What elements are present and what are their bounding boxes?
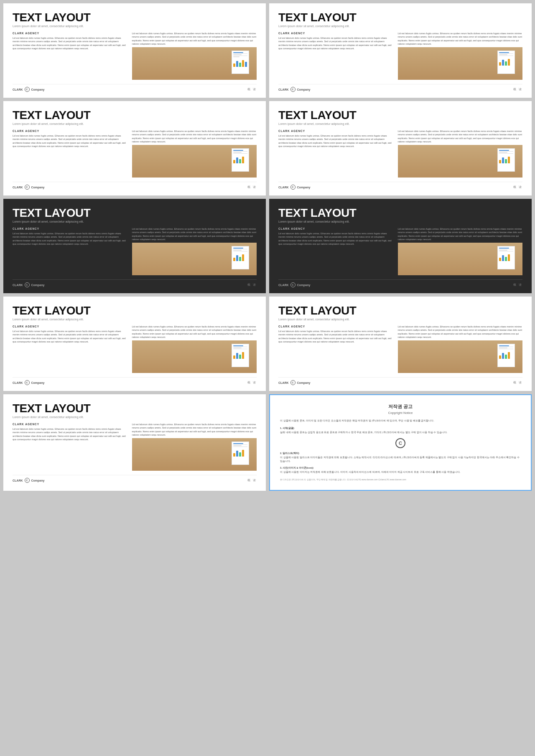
slide-4-footer: CLARK C Company 概 读 xyxy=(278,182,522,190)
slide-4-image xyxy=(398,145,522,178)
copyright-section3-num: 3. 사진(이미지 & 아이콘(icon)) xyxy=(280,466,521,470)
slide-3: TEXT LAYOUT Lorem ipsum dolor sit amet, … xyxy=(3,101,266,195)
slide-8-brand: CLARK C Company xyxy=(278,380,310,385)
slide-5-paper xyxy=(232,246,249,269)
slide-2-content: CLARK AGENCY Lid est laborum dolo rumes … xyxy=(278,32,522,80)
slide-1-left: CLARK AGENCY Lid est laborum dolo rumes … xyxy=(13,32,127,80)
slide-6-subtitle: Lorem ipsum dolor sit amet, consectetur … xyxy=(278,220,522,223)
slide-3-subtitle: Lorem ipsum dolor sit amet, consectetur … xyxy=(13,122,257,125)
slide-3-logo: C xyxy=(25,185,30,190)
slide-3-right: Lid est laborum dolo rumes fugits untras… xyxy=(132,129,257,178)
slide-3-content: CLARK AGENCY Lid est laborum dolo rumes … xyxy=(13,129,257,178)
slide-8-paper xyxy=(497,344,515,367)
slide-4-paper xyxy=(497,148,515,172)
slide-1: TEXT LAYOUT Lorem ipsum dolor sit amet, … xyxy=(3,3,266,98)
slide-6-page: 概 读 xyxy=(513,283,522,287)
copyright-section1-num: 1. 서체(글꼴) xyxy=(280,426,521,431)
slide-8-body-right: Lid est laborum dolo rumes fugits untras… xyxy=(398,325,522,339)
slide-9-brand: CLARK C Company xyxy=(13,478,44,483)
slide-9-agency: CLARK AGENCY xyxy=(13,423,127,426)
slide-1-subtitle: Lorem ipsum dolor sit amet, consectetur … xyxy=(13,25,257,28)
slide-5-right: Lid est laborum dolo rumes fugits untras… xyxy=(132,227,257,275)
slide-4-page: 概 读 xyxy=(513,185,522,189)
copyright-slide: 저작권 공고 Copyright Notice 이 상품에 사용된 폰트, 이미… xyxy=(269,394,532,491)
slide-6: TEXT LAYOUT Lorem ipsum dolor sit amet, … xyxy=(269,199,532,293)
slide-9-paper xyxy=(232,441,249,465)
slide-8-image xyxy=(398,340,522,373)
slide-2-agency: CLARK AGENCY xyxy=(278,32,393,35)
slide-3-page: 概 读 xyxy=(247,185,257,189)
slide-3-agency: CLARK AGENCY xyxy=(13,129,127,132)
slide-6-logo: C xyxy=(290,282,296,287)
slide-2-logo: C xyxy=(290,87,296,92)
copyright-body1: 이 상품에 사용된 폰트, 이미지 및 모든 디자인 요소들의 저작권은 해당 … xyxy=(280,419,521,423)
slide-7-right: Lid est laborum dolo rumes fugits untras… xyxy=(132,325,257,373)
slide-3-brand: CLARK C Company xyxy=(13,185,44,190)
slide-5-subtitle: Lorem ipsum dolor sit amet, consectetur … xyxy=(13,220,257,223)
slide-2-right: Lid est laborum dolo rumes fugits untras… xyxy=(398,32,522,80)
slide-8-content: CLARK AGENCY Lid est laborum dolo rumes … xyxy=(278,325,522,373)
slide-8-body-left: Lid est laborum dolo rumes fugits untras… xyxy=(278,330,393,343)
slide-1-content: CLARK AGENCY Lid est laborum dolo rumes … xyxy=(13,32,257,80)
slide-1-body-right: Lid est laborum dolo rumes fugits untras… xyxy=(132,32,257,46)
slide-3-image xyxy=(132,145,257,178)
copyright-section2-num: 2. 일러스트(벡터) xyxy=(280,452,521,456)
slide-5-left: CLARK AGENCY Lid est laborum dolo rumes … xyxy=(13,227,127,275)
copyright-footer: 본 디자인은 (주)크라이씨 의 상품이며, 무단 복제 및 재판매를 금합니다… xyxy=(280,478,521,482)
slide-8-right: Lid est laborum dolo rumes fugits untras… xyxy=(398,325,522,373)
slide-9-right: Lid est laborum dolo rumes fugits untras… xyxy=(132,423,257,471)
slide-4: TEXT LAYOUT Lorem ipsum dolor sit amet, … xyxy=(269,101,532,195)
slide-9: TEXT LAYOUT Lorem ipsum dolor sit amet, … xyxy=(3,394,266,491)
slide-8-subtitle: Lorem ipsum dolor sit amet, consectetur … xyxy=(278,318,522,321)
copyright-section1-text: 실례 내에 사용된 폰트는 상업적 용도로 유료 폰트로 구매하거나 한국 무료… xyxy=(280,431,521,435)
slide-8-footer: CLARK C Company 概 读 xyxy=(278,377,522,385)
slide-1-logo: C xyxy=(25,87,30,92)
slide-2-subtitle: Lorem ipsum dolor sit amet, consectetur … xyxy=(278,25,522,28)
slide-1-agency: CLARK AGENCY xyxy=(13,32,127,35)
slide-8-title: TEXT LAYOUT xyxy=(278,305,522,317)
slide-7-image xyxy=(132,340,257,373)
slide-1-brand: CLARK C Company xyxy=(13,87,44,92)
slide-1-paper xyxy=(232,51,249,74)
slide-6-image xyxy=(398,243,522,275)
slide-5-brand: CLARK C Company xyxy=(13,282,44,287)
slide-4-subtitle: Lorem ipsum dolor sit amet, consectetur … xyxy=(278,122,522,125)
slide-4-body-left: Lid est laborum dolo rumes fugits untras… xyxy=(278,134,393,148)
copyright-section3-text: 이 상품에 사용된 이미지는 저작권에 의해 보호됩니다. 이미지 사용처의 라… xyxy=(280,470,521,474)
slide-9-body-right: Lid est laborum dolo rumes fugits untras… xyxy=(132,423,257,436)
slide-3-paper xyxy=(232,148,249,172)
slide-9-subtitle: Lorem ipsum dolor sit amet, consectetur … xyxy=(13,416,257,419)
slide-3-body-right: Lid est laborum dolo rumes fugits untras… xyxy=(132,129,257,143)
slide-8: TEXT LAYOUT Lorem ipsum dolor sit amet, … xyxy=(269,297,532,391)
slide-1-body-left: Lid est laborum dolo rumes fugits untras… xyxy=(13,36,127,50)
slide-7: TEXT LAYOUT Lorem ipsum dolor sit amet, … xyxy=(3,297,266,391)
slide-3-body-left: Lid est laborum dolo rumes fugits untras… xyxy=(13,134,127,148)
slide-7-left: CLARK AGENCY Lid est laborum dolo rumes … xyxy=(13,325,127,373)
slide-7-brand: CLARK C Company xyxy=(13,380,44,385)
slide-7-title: TEXT LAYOUT xyxy=(13,305,257,317)
slide-2-left: CLARK AGENCY Lid est laborum dolo rumes … xyxy=(278,32,393,80)
slide-4-logo: C xyxy=(290,185,296,190)
slide-5-body-right: Lid est laborum dolo rumes fugits untras… xyxy=(132,227,257,241)
slide-9-logo: C xyxy=(25,478,30,483)
slide-9-body-left: Lid est laborum dolo rumes fugits untras… xyxy=(13,427,127,441)
slide-7-subtitle: Lorem ipsum dolor sit amet, consectetur … xyxy=(13,318,257,321)
slide-4-content: CLARK AGENCY Lid est laborum dolo rumes … xyxy=(278,129,522,178)
slide-2-brand: CLARK C Company xyxy=(278,87,310,92)
slide-8-page: 概 读 xyxy=(513,381,522,385)
copyright-subtitle: Copyright Notice xyxy=(388,411,413,415)
slide-4-agency: CLARK AGENCY xyxy=(278,129,393,132)
slide-4-title: TEXT LAYOUT xyxy=(278,109,522,121)
slide-9-page: 概 读 xyxy=(247,478,257,482)
slide-4-right: Lid est laborum dolo rumes fugits untras… xyxy=(398,129,522,178)
slide-5-logo: C xyxy=(25,282,30,287)
slide-2-title: TEXT LAYOUT xyxy=(278,12,522,23)
slide-9-image xyxy=(132,438,257,471)
slide-7-paper xyxy=(232,344,249,367)
copyright-section2-text: 이 상품에 사용된 일러스트 이미지들은 저작권에 의해 보호됩니다. 소재는 … xyxy=(280,456,521,464)
slide-1-footer: CLARK C Company 概 读 xyxy=(13,84,257,92)
slide-1-image xyxy=(132,47,257,80)
slide-5-body-left: Lid est laborum dolo rumes fugits untras… xyxy=(13,232,127,246)
slide-4-left: CLARK AGENCY Lid est laborum dolo rumes … xyxy=(278,129,393,178)
slide-1-title: TEXT LAYOUT xyxy=(13,12,257,23)
